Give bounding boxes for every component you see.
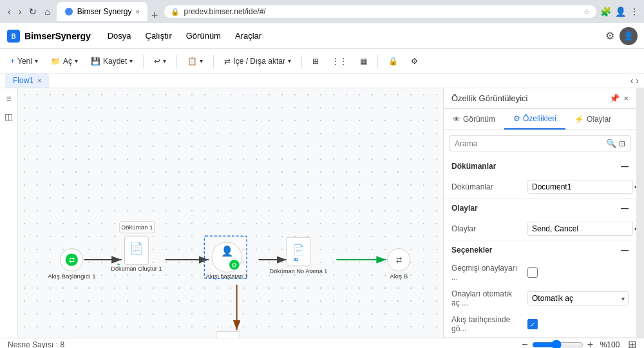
zoom-in-button[interactable]: + (587, 339, 593, 349)
flow-tab-close[interactable]: × (37, 77, 41, 84)
search-action-button[interactable]: ⊡ (619, 139, 625, 148)
menu-gorunum[interactable]: Görünüm (180, 28, 227, 43)
tab-next-button[interactable]: › (636, 75, 639, 86)
prop-row-olaylar: Olaylar ••• (444, 218, 636, 240)
search-icon: 🔍 (606, 139, 616, 148)
new-button[interactable]: + Yeni ▾ (5, 54, 43, 68)
toolbar-separator-4 (301, 55, 302, 68)
prop-label-gecmis: Geçmişi onaylayarı ... (451, 264, 522, 282)
header-right: ⚙ 👤 (605, 27, 638, 45)
pin-panel-button[interactable]: 📌 (609, 93, 620, 103)
active-tab[interactable]: Bimser Synergy × (57, 2, 147, 21)
menu-calistir[interactable]: Çalıştır (139, 28, 178, 43)
zoom-slider[interactable] (532, 340, 583, 349)
svg-text:ID: ID (294, 256, 299, 262)
section-dokumanlar-header[interactable]: Dökümanlar — (444, 157, 636, 176)
flow-tab[interactable]: Flow1 × (5, 73, 49, 88)
search-bar[interactable]: 🔍 ⊡ (449, 135, 631, 151)
dokumanlar-input[interactable] (527, 180, 633, 194)
panel-title: Özellik Görüntüleyici (451, 93, 528, 103)
clipboard-chevron-icon: ▾ (200, 57, 203, 64)
browser-menu-button[interactable]: ⋮ (630, 6, 639, 17)
svg-text:Akışı başlatan 1: Akışı başlatan 1 (206, 273, 248, 280)
app-logo: B BimserSynergy (6, 29, 91, 43)
tab-navigation: ‹ › (630, 75, 639, 86)
collapse-icon: — (621, 162, 629, 171)
otomatik-select[interactable]: Otomatik aç Manuel aç (527, 291, 629, 305)
prop-row-otomatik: Onayları otomatik aç ... Otomatik aç Man… (444, 285, 636, 311)
panel-header-actions: 📌 × (609, 93, 629, 103)
new-chevron-icon: ▾ (35, 57, 38, 64)
svg-text:B: B (11, 33, 15, 40)
panel-header: Özellik Görüntüleyici 📌 × (444, 88, 636, 109)
settings-icon-button[interactable]: ⚙ (605, 30, 614, 42)
tab-close-button[interactable]: × (136, 8, 140, 15)
svg-point-0 (65, 8, 73, 15)
sidebar-icon-1[interactable]: ≡ (6, 93, 11, 104)
grid-button[interactable]: ⊞ (307, 54, 324, 68)
profile-icon-button[interactable]: 👤 (620, 27, 638, 45)
properties-panel: Özellik Görüntüleyici 📌 × 👁 Görünüm ⚙ Öz… (443, 88, 636, 338)
zoom-out-button[interactable]: − (522, 339, 527, 349)
back-button[interactable]: ‹ (5, 5, 14, 18)
olaylar-input[interactable] (527, 222, 633, 236)
secenekler-collapse-icon: — (621, 246, 629, 255)
svg-text:Döküman 1: Döküman 1 (121, 224, 153, 231)
open-icon: 📁 (51, 57, 61, 66)
status-right: − + %100 ⊞ (522, 338, 636, 348)
menu-dosya[interactable]: Dosya (101, 28, 138, 43)
toolbar-separator-5 (377, 55, 378, 68)
save-button[interactable]: 💾 Kaydet ▾ (86, 54, 138, 68)
prop-label-olaylar: Olaylar (451, 224, 522, 233)
address-bar[interactable]: 🔒 predev.bimser.net/ide/#/ ☆ (164, 5, 596, 18)
url-text: predev.bimser.net/ide/#/ (184, 7, 580, 16)
section-secenekler: Seçenekler — Geçmişi onaylayarı ... Onay… (444, 240, 636, 338)
menu-araclar[interactable]: Araçlar (229, 28, 268, 43)
tab-olaylar[interactable]: ⚡ Olaylar (565, 109, 620, 130)
misc-button[interactable]: ⚙ (406, 54, 423, 68)
ozellikleri-icon: ⚙ (513, 114, 520, 123)
layout-button[interactable]: ⋮⋮ (327, 54, 352, 68)
main-area: ≡ ◫ (0, 88, 644, 338)
prop-label-tarihce: Akış tarihçesinde gö... (451, 315, 522, 333)
new-icon: + (10, 57, 15, 66)
import-chevron-icon: ▾ (288, 57, 291, 64)
reload-button[interactable]: ↻ (26, 5, 39, 18)
app-header: B BimserSynergy Dosya Çalıştır Görünüm A… (0, 23, 644, 49)
forward-button[interactable]: › (16, 5, 24, 18)
tab-prev-button[interactable]: ‹ (630, 75, 634, 86)
tab-ozellikleri[interactable]: ⚙ Özellikleri (504, 109, 565, 130)
object-count-label: Nesne Sayısı : 8 (8, 340, 64, 349)
tab-gorunum[interactable]: 👁 Görünüm (444, 109, 504, 130)
status-bar: Nesne Sayısı : 8 − + %100 ⊞ (0, 338, 644, 348)
browser-action-buttons: 🧩 👤 ⋮ (600, 6, 639, 17)
right-scrollbar[interactable] (636, 88, 644, 338)
section-olaylar: Olaylar — Olaylar ••• (444, 198, 636, 240)
gorunum-icon: 👁 (453, 115, 460, 124)
undo-button[interactable]: ↩ ▾ (149, 54, 171, 68)
toolbar-separator-1 (143, 55, 144, 68)
tarihce-checkbox[interactable]: ✓ (527, 319, 538, 329)
section-dokumanlar: Dökümanlar — Dökümanlar ••• (444, 157, 636, 198)
open-button[interactable]: 📁 Aç ▾ (46, 54, 83, 68)
extensions-button[interactable]: 🧩 (600, 6, 611, 17)
close-panel-button[interactable]: × (623, 93, 629, 103)
clipboard-button[interactable]: 📋 ▾ (182, 54, 208, 68)
new-tab-button[interactable]: + (149, 10, 161, 21)
toolbar-separator-3 (213, 55, 214, 68)
prop-value-olaylar: ••• (527, 222, 644, 236)
section-olaylar-header[interactable]: Olaylar — (444, 198, 636, 218)
tab-favicon (64, 7, 73, 16)
olaylar-collapse-icon: — (621, 204, 629, 213)
import-export-button[interactable]: ⇄ İçe / Dışa aktar ▾ (219, 54, 296, 68)
fit-screen-button[interactable]: ⊞ (628, 338, 636, 348)
sidebar-icon-2[interactable]: ◫ (5, 111, 13, 122)
home-button[interactable]: ⌂ (42, 5, 52, 18)
section-secenekler-header[interactable]: Seçenekler — (444, 240, 636, 260)
profile-button[interactable]: 👤 (615, 6, 626, 17)
search-input[interactable] (455, 139, 603, 148)
group-button[interactable]: ▦ (355, 54, 372, 68)
canvas-area[interactable]: Akış Başlangıcı 1 ⇄ 📄 + Döküman Oluştur … (18, 88, 443, 338)
gecmis-checkbox[interactable] (527, 267, 538, 278)
lock-button[interactable]: 🔒 (383, 54, 403, 68)
